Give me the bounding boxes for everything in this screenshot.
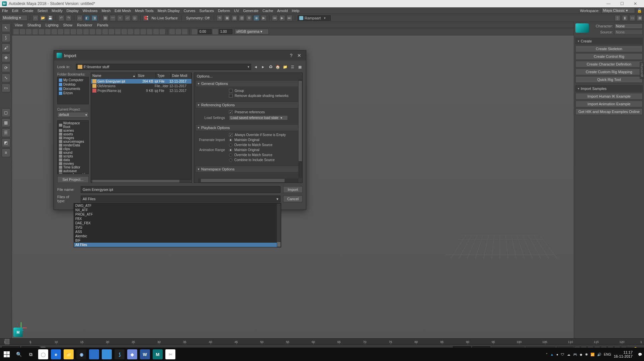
menu-meshdisplay[interactable]: Mesh Display <box>158 9 180 13</box>
render-globals-icon[interactable]: ◉ <box>253 15 259 21</box>
bookmark-item[interactable]: Erizon <box>58 91 88 95</box>
notifications-icon[interactable]: 💬 <box>638 353 642 356</box>
exposure-field[interactable]: 0.00 <box>198 29 212 34</box>
component-mode-icon[interactable]: ◨ <box>91 15 97 21</box>
menu-generate[interactable]: Generate <box>243 9 258 13</box>
vp-icon[interactable] <box>39 29 44 34</box>
get-hik-online-button[interactable]: Get HIK and Mocap Examples Online <box>575 108 643 115</box>
vp-icon[interactable] <box>71 29 76 34</box>
filetype-option[interactable]: DWG_ATF <box>74 204 281 208</box>
col-date[interactable]: Date Modi <box>171 73 191 79</box>
nav-up-icon[interactable]: ⮉ <box>268 64 273 70</box>
ipr-icon[interactable]: ▤ <box>231 15 237 21</box>
vp-icon[interactable] <box>160 29 165 34</box>
app-icon[interactable] <box>102 349 112 359</box>
lasso-tool-icon[interactable]: ⟆ <box>2 33 10 42</box>
ws-node[interactable]: Workspace Root <box>58 121 88 129</box>
colorspace-select[interactable]: sRGB gamma ▾ <box>235 29 269 34</box>
filetype-option[interactable]: PROE_ATF <box>74 212 281 217</box>
remove-dup-checkbox[interactable] <box>229 94 233 98</box>
vp-menu-lighting[interactable]: Lighting <box>46 23 59 27</box>
animrange-combine-radio[interactable] <box>229 158 232 162</box>
referencing-options-header[interactable]: Referencing Options <box>195 102 299 108</box>
import-anim-example-button[interactable]: Import Animation Example <box>575 101 643 107</box>
ws-node[interactable]: assets <box>58 132 88 136</box>
ws-node[interactable]: sourceimages <box>58 140 88 143</box>
vp-icon[interactable] <box>169 29 175 34</box>
vp-icon[interactable] <box>20 29 25 34</box>
namespace-options-header[interactable]: Namespace Options <box>195 166 299 172</box>
vp-icon[interactable] <box>26 29 31 34</box>
vp-icon[interactable] <box>115 29 120 34</box>
outliner-view-icon[interactable]: ☰ <box>2 128 10 137</box>
minimize-button[interactable]: — <box>602 1 615 6</box>
taskview-icon[interactable]: ⧉ <box>26 350 35 359</box>
tray-wifi-icon[interactable]: 📶 <box>590 353 594 356</box>
rendersettings-icon[interactable]: ⚙ <box>246 15 252 21</box>
import-button[interactable]: Import <box>283 186 303 193</box>
menuset-select[interactable]: Modeling ▾ <box>1 15 27 21</box>
menu-curves[interactable]: Curves <box>184 9 195 13</box>
symmetry-label[interactable]: Symmetry: Off <box>184 16 212 20</box>
nav-thumb-icon[interactable]: ▦ <box>297 64 303 70</box>
render-icon[interactable]: ▣ <box>224 15 230 21</box>
menu-mesh[interactable]: Mesh <box>101 9 110 13</box>
nav-back-icon[interactable]: ◄ <box>253 64 258 70</box>
open-scene-icon[interactable]: 📂 <box>40 15 46 21</box>
time-ruler[interactable]: 1 15101520253035404550556065707580859095… <box>0 339 644 345</box>
vp-icon[interactable] <box>64 29 70 34</box>
menu-uv[interactable]: UV <box>234 9 239 13</box>
cancel-button[interactable]: Cancel <box>283 196 303 202</box>
ws-node[interactable]: movies <box>58 162 88 165</box>
vp-icon[interactable] <box>134 29 140 34</box>
animrange-override-radio[interactable] <box>229 153 232 157</box>
save-scene-icon[interactable]: 💾 <box>47 15 53 21</box>
filetype-option[interactable]: DAE_FBX <box>74 221 281 225</box>
account-badge[interactable]: Rampaart ▾ <box>298 15 331 21</box>
start-button[interactable] <box>2 350 11 359</box>
snap-live-icon[interactable]: ◎ <box>132 15 138 21</box>
tray-icon[interactable]: ● <box>556 353 558 356</box>
vp-icon[interactable] <box>32 29 38 34</box>
app-icon[interactable] <box>89 349 99 359</box>
layout-4-icon[interactable]: ▦ <box>637 15 643 21</box>
vp-icon[interactable] <box>182 29 187 34</box>
dialog-close-button[interactable]: ✕ <box>295 53 303 58</box>
maya-taskbar-icon[interactable]: M <box>153 349 163 359</box>
menu-cache[interactable]: Cache <box>262 9 273 13</box>
filetype-option[interactable]: All Files <box>74 243 281 247</box>
rotate-tool-icon[interactable]: ⟳ <box>2 64 10 72</box>
snap-grid-icon[interactable]: ▦ <box>102 15 108 21</box>
nav-newfolder-icon[interactable]: 📁 <box>283 64 288 70</box>
scale-tool-icon[interactable]: ⤡ <box>2 74 10 82</box>
create-section-header[interactable]: Create <box>575 38 643 44</box>
vp-icon[interactable] <box>109 29 114 34</box>
tray-chevron-icon[interactable]: ˄ <box>546 353 548 356</box>
playblast-next-icon[interactable]: ⏭ <box>287 15 293 21</box>
set-project-button[interactable]: Set Project... <box>57 176 89 183</box>
source-select[interactable]: None <box>614 29 643 35</box>
gamma-field[interactable]: 1.00 <box>219 29 232 34</box>
word-icon[interactable]: W <box>140 349 150 359</box>
current-project-select[interactable]: default▾ <box>57 112 89 118</box>
ws-node[interactable]: scripts <box>58 154 88 158</box>
vp-icon[interactable] <box>153 29 159 34</box>
tray-icon[interactable]: 🛡 <box>561 353 564 356</box>
taskbar-clock[interactable]: 11:17 16-11-2017 <box>614 350 635 358</box>
tray-volume-icon[interactable]: 🔊 <box>597 353 601 356</box>
close-button[interactable]: ✕ <box>629 1 642 6</box>
ws-node[interactable]: clips <box>58 147 88 151</box>
menu-windows[interactable]: Windows <box>83 9 98 13</box>
snap-curve-icon[interactable]: 〰 <box>110 15 116 21</box>
vp-icon[interactable] <box>122 29 127 34</box>
lock-icon[interactable]: 🔒 <box>637 8 642 13</box>
vp-icon[interactable] <box>13 29 19 34</box>
vp-menu-renderer[interactable]: Renderer <box>77 23 92 27</box>
options-vscroll[interactable] <box>298 80 302 178</box>
object-mode-icon[interactable]: ◧ <box>84 15 90 21</box>
edge-icon[interactable]: e <box>51 349 61 359</box>
ws-node[interactable]: sceneAssembly <box>58 173 88 174</box>
general-options-header[interactable]: General Options <box>195 80 299 87</box>
vp-menu-view[interactable]: View <box>15 23 23 27</box>
nav-fwd-icon[interactable]: ► <box>260 64 266 70</box>
